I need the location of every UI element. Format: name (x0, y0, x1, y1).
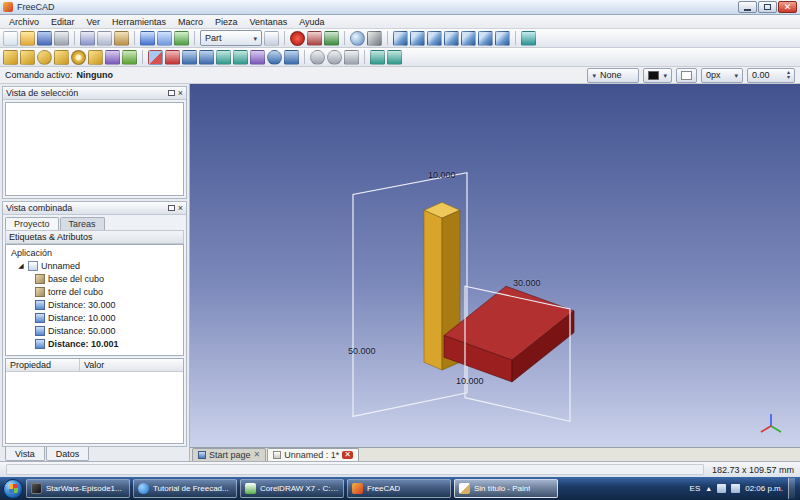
line-color-button[interactable]: ▾ (643, 68, 672, 83)
tree-document[interactable]: ◢ Unnamed (7, 259, 182, 272)
cone-icon[interactable] (54, 50, 69, 65)
menu-pieza[interactable]: Pieza (209, 16, 244, 28)
macro-execute-icon[interactable] (324, 31, 339, 46)
minimize-button[interactable] (738, 1, 757, 13)
hidden-icons-icon[interactable]: ▲ (705, 485, 712, 492)
view-top-icon[interactable] (427, 31, 442, 46)
menu-editar[interactable]: Editar (45, 16, 81, 28)
tab-start-page[interactable]: Start page ✕ (192, 448, 266, 461)
taskbar-item-starwars[interactable]: StarWars-Episode1... (26, 479, 130, 498)
float-panel-icon[interactable] (168, 205, 175, 211)
primitives-icon[interactable] (105, 50, 120, 65)
selection-view-content[interactable] (5, 102, 184, 196)
titlebar[interactable]: FreeCAD ✕ (0, 0, 800, 15)
layer-selector[interactable]: ▾ None (587, 68, 639, 83)
menu-ayuda[interactable]: Ayuda (293, 16, 330, 28)
sweep-icon[interactable] (327, 50, 342, 65)
menu-herramientas[interactable]: Herramientas (106, 16, 172, 28)
network-icon[interactable] (717, 484, 726, 493)
tree-item-distance-4[interactable]: Distance: 10.001 (7, 337, 182, 350)
offset-icon[interactable] (370, 50, 385, 65)
intersection-icon[interactable] (199, 50, 214, 65)
combo-view-titlebar[interactable]: Vista combinada × (3, 202, 186, 215)
face-color-button[interactable] (676, 68, 697, 83)
menu-archivo[interactable]: Archivo (3, 16, 45, 28)
tab-unnamed-document[interactable]: Unnamed : 1* ✕ (267, 448, 359, 461)
maximize-button[interactable] (758, 1, 777, 13)
tree-item-distance-3[interactable]: Distance: 50.000 (7, 324, 182, 337)
tree-item-torre-del-cubo[interactable]: torre del cubo (7, 285, 182, 298)
view-bottom-icon[interactable] (478, 31, 493, 46)
show-desktop-button[interactable] (788, 478, 795, 499)
revolve-icon[interactable] (233, 50, 248, 65)
cut-icon[interactable] (80, 31, 95, 46)
float-panel-icon[interactable] (168, 90, 175, 96)
expander-icon[interactable]: ◢ (17, 262, 25, 270)
undo-icon[interactable] (140, 31, 155, 46)
section-icon[interactable] (344, 50, 359, 65)
viewport-canvas[interactable]: 10.000 30.000 50.000 10.000 (190, 84, 800, 447)
paste-icon[interactable] (114, 31, 129, 46)
3d-scene[interactable] (190, 84, 800, 447)
taskbar-item-coreldraw[interactable]: CorelDRAW X7 - C:\... (240, 479, 344, 498)
union-icon[interactable] (182, 50, 197, 65)
macro-record-icon[interactable] (290, 31, 305, 46)
refresh-icon[interactable] (174, 31, 189, 46)
menu-macro[interactable]: Macro (172, 16, 209, 28)
box-icon[interactable] (3, 50, 18, 65)
boolean-cut-icon[interactable] (165, 50, 180, 65)
selection-view-titlebar[interactable]: Vista de selección × (3, 87, 186, 100)
tab-proyecto[interactable]: Proyecto (5, 217, 59, 230)
shape-builder-icon[interactable] (122, 50, 137, 65)
extrude-icon[interactable] (216, 50, 231, 65)
print-icon[interactable] (54, 31, 69, 46)
view-rear-icon[interactable] (461, 31, 476, 46)
close-tab-icon[interactable]: ✕ (342, 451, 353, 459)
cylinder-icon[interactable] (20, 50, 35, 65)
taskbar-item-tutorial[interactable]: Tutorial de Freecad... (133, 479, 237, 498)
start-button[interactable] (3, 479, 23, 499)
chamfer-icon[interactable] (284, 50, 299, 65)
clock[interactable]: 02:06 p.m. (745, 484, 783, 493)
tree-item-distance-2[interactable]: Distance: 10.000 (7, 311, 182, 324)
boolean-icon[interactable] (148, 50, 163, 65)
close-panel-icon[interactable]: × (178, 89, 183, 97)
taskbar-item-paint[interactable]: Sin título - Paint (454, 479, 558, 498)
draw-style-icon[interactable] (367, 31, 382, 46)
new-document-icon[interactable] (3, 31, 18, 46)
thickness-icon[interactable] (387, 50, 402, 65)
measure-distance-icon[interactable] (521, 31, 536, 46)
tree-root[interactable]: Aplicación (7, 246, 182, 259)
close-button[interactable]: ✕ (778, 1, 797, 13)
line-width-selector[interactable]: 0px ▾ (701, 68, 743, 83)
tree-item-distance-1[interactable]: Distance: 30.000 (7, 298, 182, 311)
close-tab-icon[interactable]: ✕ (254, 451, 261, 459)
spinner-arrows-icon[interactable]: ▴▾ (787, 70, 790, 80)
redo-icon[interactable] (157, 31, 172, 46)
macro-stop-icon[interactable] (307, 31, 322, 46)
volume-icon[interactable] (731, 484, 740, 493)
torus-icon[interactable] (71, 50, 86, 65)
taskbar-item-freecad[interactable]: FreeCAD (347, 479, 451, 498)
view-left-icon[interactable] (495, 31, 510, 46)
view-axonometric-icon[interactable] (393, 31, 408, 46)
loft-icon[interactable] (310, 50, 325, 65)
language-indicator[interactable]: ES (690, 484, 701, 493)
tab-vista[interactable]: Vista (5, 447, 45, 461)
view-right-icon[interactable] (444, 31, 459, 46)
tree-item-base-del-cubo[interactable]: base del cubo (7, 272, 182, 285)
view-front-icon[interactable] (410, 31, 425, 46)
tube-icon[interactable] (88, 50, 103, 65)
workbench-selector[interactable]: Part ▾ (200, 30, 262, 46)
fillet-icon[interactable] (267, 50, 282, 65)
save-icon[interactable] (37, 31, 52, 46)
property-column-header[interactable]: Propiedad (6, 359, 80, 371)
mirror-icon[interactable] (250, 50, 265, 65)
size-spinbox[interactable]: 0.00 ▴▾ (747, 68, 795, 83)
fit-all-icon[interactable] (350, 31, 365, 46)
whats-this-icon[interactable] (264, 31, 279, 46)
tab-datos[interactable]: Datos (46, 447, 90, 461)
tab-tareas[interactable]: Tareas (60, 217, 105, 230)
sphere-icon[interactable] (37, 50, 52, 65)
copy-icon[interactable] (97, 31, 112, 46)
